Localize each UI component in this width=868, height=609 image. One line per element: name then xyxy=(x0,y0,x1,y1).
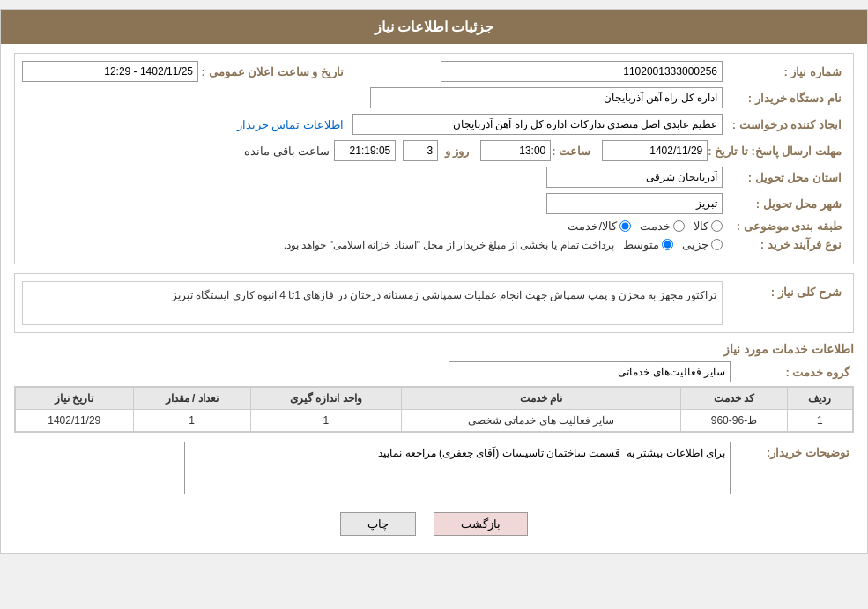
cell-unit: 1 xyxy=(250,410,401,432)
days-label: روز و xyxy=(438,145,473,158)
row-province: استان محل تحویل : xyxy=(22,167,846,188)
city-input[interactable] xyxy=(546,193,723,214)
category-label: طبقه بندی موضوعی : xyxy=(723,219,846,233)
cell-rownum: 1 xyxy=(787,410,852,432)
buyer-notes-textarea[interactable]: برای اطلاعات بیشتر به قسمت ساختمان تاسیس… xyxy=(184,442,731,494)
services-section-title: اطلاعات خدمات مورد نیاز xyxy=(14,342,854,356)
col-header-date: تاریخ نیاز xyxy=(16,388,134,410)
content-area: شماره نیاز : تاریخ و ساعت اعلان عمومی : … xyxy=(1,44,867,553)
col-header-name: نام خدمت xyxy=(401,388,681,410)
deadline-date-input[interactable] xyxy=(602,140,708,161)
page-wrapper: جزئیات اطلاعات نیاز شماره نیاز : تاریخ و… xyxy=(0,9,868,554)
process-selected-text: پرداخت تمام یا بخشی از مبلغ خریدار از مح… xyxy=(284,239,614,251)
announce-datetime-label: تاریخ و ساعت اعلان عمومی : xyxy=(198,65,348,78)
process-radio-group: جزیی متوسط xyxy=(623,238,723,251)
col-header-rownum: ردیف xyxy=(787,388,852,410)
main-form-section: شماره نیاز : تاریخ و ساعت اعلان عمومی : … xyxy=(14,53,854,264)
category-radio-group: کالا خدمت کالا/خدمت xyxy=(568,219,723,233)
days-input[interactable] xyxy=(403,140,438,161)
table-row: 1 ط-96-960 سایر فعالیت های خدماتی شخصی 1… xyxy=(16,410,853,432)
buyer-notes-label: توضیحات خریدار: xyxy=(731,442,854,459)
remaining-input[interactable] xyxy=(334,140,396,161)
deadline-label: مهلت ارسال پاسخ: تا تاریخ : xyxy=(708,145,846,158)
row-creator: ایجاد کننده درخواست : اطلاعات تماس خریدا… xyxy=(22,114,846,135)
return-button[interactable]: بازگشت xyxy=(434,512,528,536)
group-label: گروه خدمت : xyxy=(731,366,854,379)
row-buyer-name: نام دستگاه خریدار : xyxy=(22,87,846,108)
creator-contact-link[interactable]: اطلاعات تماس خریدار xyxy=(237,118,344,131)
sharh-row: شرح کلی نیاز : تراکتور مجهز به مخزن و پم… xyxy=(22,281,846,325)
category-radio-goods[interactable]: کالا xyxy=(694,219,723,233)
group-value-input[interactable] xyxy=(449,361,731,382)
col-header-code: کد خدمت xyxy=(681,388,787,410)
process-radio-medium[interactable]: متوسط xyxy=(623,238,673,251)
row-process-type: نوع فرآیند خرید : جزیی متوسط پرداخت تمام… xyxy=(22,238,846,251)
cell-date: 1402/11/29 xyxy=(16,410,134,432)
buyer-name-label: نام دستگاه خریدار : xyxy=(723,92,846,105)
cell-name: سایر فعالیت های خدماتی شخصی xyxy=(401,410,681,432)
need-number-input[interactable] xyxy=(441,61,723,82)
print-button[interactable]: چاپ xyxy=(340,512,416,536)
time-label: ساعت : xyxy=(551,145,595,158)
row-city: شهر محل تحویل : xyxy=(22,193,846,214)
row-need-number: شماره نیاز : تاریخ و ساعت اعلان عمومی : xyxy=(22,61,846,82)
cell-qty: 1 xyxy=(133,410,250,432)
category-radio-both[interactable]: کالا/خدمت xyxy=(568,219,631,233)
services-table-container: ردیف کد خدمت نام خدمت واحد اندازه گیری ت… xyxy=(14,386,854,433)
creator-input[interactable] xyxy=(352,114,723,135)
cell-code: ط-96-960 xyxy=(681,410,787,432)
table-header: ردیف کد خدمت نام خدمت واحد اندازه گیری ت… xyxy=(16,388,853,410)
need-number-label: شماره نیاز : xyxy=(723,65,846,78)
remaining-label: ساعت باقی مانده xyxy=(244,145,330,158)
sharh-text-box: تراکتور مجهز به مخزن و پمپ سمپاش جهت انج… xyxy=(22,281,723,325)
row-category: طبقه بندی موضوعی : کالا خدمت کالا/خدمت xyxy=(22,219,846,233)
group-row: گروه خدمت : xyxy=(14,361,854,382)
row-deadline: مهلت ارسال پاسخ: تا تاریخ : ساعت : روز و… xyxy=(22,140,846,161)
sharh-label: شرح کلی نیاز : xyxy=(723,281,846,299)
page-title: جزئیات اطلاعات نیاز xyxy=(375,19,494,34)
province-input[interactable] xyxy=(546,167,723,188)
process-radio-partial[interactable]: جزیی xyxy=(682,238,723,251)
col-header-qty: تعداد / مقدار xyxy=(133,388,250,410)
services-table: ردیف کد خدمت نام خدمت واحد اندازه گیری ت… xyxy=(15,387,853,432)
province-label: استان محل تحویل : xyxy=(723,171,846,184)
category-radio-service[interactable]: خدمت xyxy=(640,219,685,233)
buyer-notes-row: توضیحات خریدار: برای اطلاعات بیشتر به قس… xyxy=(14,442,854,494)
process-type-label: نوع فرآیند خرید : xyxy=(723,238,846,251)
creator-label: ایجاد کننده درخواست : xyxy=(723,118,846,131)
deadline-time-input[interactable] xyxy=(480,140,551,161)
col-header-unit: واحد اندازه گیری xyxy=(250,388,401,410)
announce-datetime-input[interactable] xyxy=(22,61,198,82)
city-label: شهر محل تحویل : xyxy=(723,197,846,211)
footer-buttons: بازگشت چاپ xyxy=(14,503,854,545)
table-body: 1 ط-96-960 سایر فعالیت های خدماتی شخصی 1… xyxy=(16,410,853,432)
buyer-name-input[interactable] xyxy=(370,87,723,108)
sharh-section: شرح کلی نیاز : تراکتور مجهز به مخزن و پم… xyxy=(14,273,854,333)
page-header: جزئیات اطلاعات نیاز xyxy=(1,10,867,44)
